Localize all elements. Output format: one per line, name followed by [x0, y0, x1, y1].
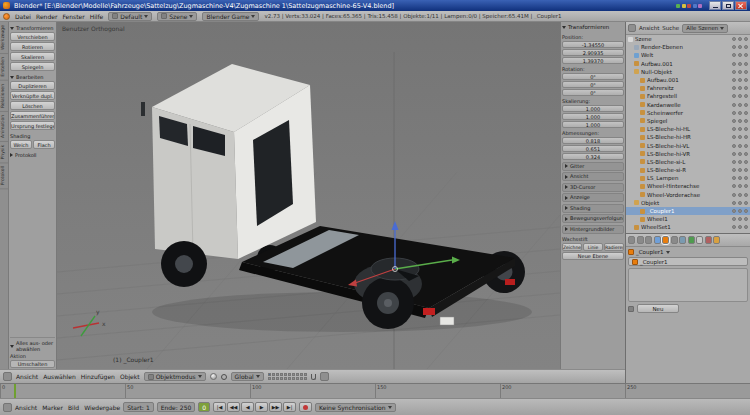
tool-button[interactable]: Rotieren [10, 42, 55, 51]
tool-button[interactable]: Verknüpfte dupl. [10, 91, 55, 100]
eye-toggle[interactable] [732, 37, 736, 41]
current-frame-field[interactable]: 0 [198, 402, 210, 412]
viewport-3d[interactable]: x y Benutzer Orthogonal (1) _Coupler1 [57, 22, 560, 369]
panel-header-history[interactable]: Protokoll [10, 152, 55, 158]
properties-tab[interactable] [662, 236, 669, 244]
collapsed-panel-header[interactable]: 3D-Cursor [562, 183, 624, 192]
eye-toggle[interactable] [732, 152, 736, 156]
eye-toggle[interactable] [732, 119, 736, 123]
render-toggle[interactable] [744, 184, 748, 188]
render-toggle[interactable] [744, 70, 748, 74]
tool-button[interactable]: Skalieren [10, 52, 55, 61]
render-toggle[interactable] [744, 152, 748, 156]
selectable-toggle[interactable] [738, 225, 742, 229]
playback-button[interactable]: ▶▶ [269, 402, 282, 412]
tool-shelf-tab[interactable]: Erstellen [0, 54, 8, 81]
outliner-row[interactable]: Aufbau.001 [626, 76, 750, 84]
playback-button[interactable]: ◀◀ [227, 402, 240, 412]
outliner-row[interactable]: LS-Bleche-hi-VR [626, 150, 750, 158]
properties-tab[interactable] [705, 236, 712, 244]
tool-button[interactable]: Verschieben [10, 32, 55, 41]
editor-type-icon[interactable] [3, 403, 12, 412]
viewport-shading-icon[interactable] [210, 373, 217, 380]
layer-toggle[interactable] [280, 373, 284, 377]
render-toggle[interactable] [744, 168, 748, 172]
eye-toggle[interactable] [732, 201, 736, 205]
layer-toggle[interactable] [280, 377, 284, 381]
new-button[interactable]: Neu [637, 304, 679, 313]
render-toggle[interactable] [744, 111, 748, 115]
outliner-row[interactable]: Szene [626, 35, 750, 43]
collapsed-panel-header[interactable]: Anzeige [562, 193, 624, 202]
outliner-row[interactable]: Wheel1 [626, 215, 750, 223]
playback-button[interactable]: |◀ [213, 402, 226, 412]
properties-tab[interactable] [679, 236, 686, 244]
collapsed-panel-header[interactable]: Bewegungsverfolgung [562, 214, 624, 223]
eye-toggle[interactable] [732, 70, 736, 74]
render-toggle[interactable] [744, 119, 748, 123]
number-field-z[interactable]: 0° [562, 89, 624, 96]
scene-select[interactable]: Szene [157, 12, 197, 21]
properties-tab[interactable] [645, 236, 652, 244]
properties-tab[interactable] [713, 236, 720, 244]
outliner-row[interactable]: LS_Lampen [626, 174, 750, 182]
minimize-button[interactable] [709, 1, 721, 10]
selectable-toggle[interactable] [738, 184, 742, 188]
eye-toggle[interactable] [732, 135, 736, 139]
selectable-toggle[interactable] [738, 86, 742, 90]
properties-list-box[interactable] [628, 268, 748, 302]
selectable-toggle[interactable] [738, 94, 742, 98]
outliner-row[interactable]: LS-Bleche-hi-HR [626, 133, 750, 141]
tool-shelf-tab[interactable]: Protokoll [0, 163, 8, 189]
playback-button[interactable]: ▶ [255, 402, 268, 412]
menu-item[interactable]: Bild [68, 404, 79, 411]
eye-toggle[interactable] [732, 168, 736, 172]
outliner-row[interactable]: Welt [626, 51, 750, 59]
mirror-button[interactable]: Spiegeln [10, 62, 55, 71]
eye-toggle[interactable] [732, 111, 736, 115]
selectable-toggle[interactable] [738, 37, 742, 41]
outliner-row[interactable]: Wheel-Vorderachse [626, 191, 750, 199]
gpencil-tool-button[interactable]: Zeichnen [562, 243, 582, 251]
properties-tab[interactable] [671, 236, 678, 244]
collapsed-panel-header[interactable]: Shading [562, 204, 624, 213]
outliner-row[interactable]: _Coupler1 [626, 207, 750, 215]
render-engine-select[interactable]: Blender Game [202, 12, 259, 21]
shade-flat-button[interactable]: Flach [33, 140, 55, 149]
outliner-row[interactable]: LS-Bleche-si-R [626, 166, 750, 174]
outliner-row[interactable]: Scheinwerfer [626, 109, 750, 117]
pivot-point-icon[interactable] [221, 374, 227, 380]
eye-toggle[interactable] [732, 53, 736, 57]
number-field-y[interactable]: 0° [562, 81, 624, 88]
selectable-toggle[interactable] [738, 152, 742, 156]
npanel-transform-header[interactable]: Transformieren [562, 24, 624, 30]
layer-toggle[interactable] [304, 377, 308, 381]
layer-toggle[interactable] [304, 373, 308, 377]
number-field-y[interactable]: 1.000 [562, 113, 624, 120]
frame-end-field[interactable]: Ende: 250 [157, 402, 196, 412]
menu-item[interactable]: Objekt [120, 373, 140, 380]
menu-item[interactable]: Ansicht [16, 373, 38, 380]
number-field-y[interactable]: 0.651 [562, 145, 624, 152]
menu-item[interactable]: Auswählen [43, 373, 76, 380]
editor-type-icon[interactable] [3, 372, 12, 381]
tool-button[interactable]: Duplizieren [10, 81, 55, 90]
render-toggle[interactable] [744, 217, 748, 221]
layer-toggle[interactable] [292, 377, 296, 381]
tool-button[interactable]: Zusammenführen [10, 111, 55, 120]
outliner-display-select[interactable]: Alle Szenen [682, 24, 728, 33]
layer-toggle[interactable] [268, 373, 272, 377]
panel-header-edit[interactable]: Bearbeiten [10, 74, 55, 80]
layer-toggle[interactable] [276, 373, 280, 377]
eye-toggle[interactable] [732, 62, 736, 66]
editor-type-icon[interactable] [628, 24, 636, 32]
tool-shelf-tab[interactable]: Physik [0, 142, 8, 163]
frame-start-field[interactable]: Start: 1 [123, 402, 154, 412]
render-toggle[interactable] [744, 37, 748, 41]
selectable-toggle[interactable] [738, 78, 742, 82]
menu-item[interactable]: Datei [15, 13, 31, 20]
render-toggle[interactable] [744, 144, 748, 148]
selectable-toggle[interactable] [738, 217, 742, 221]
selectable-toggle[interactable] [738, 119, 742, 123]
record-button[interactable] [299, 402, 312, 412]
